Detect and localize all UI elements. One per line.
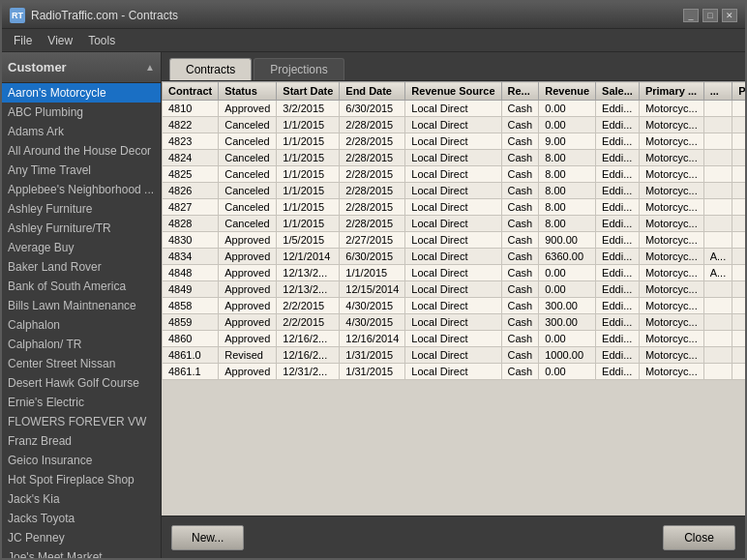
- table-row[interactable]: 4848Approved12/13/2...1/1/2015Local Dire…: [163, 265, 746, 281]
- table-cell-0-10: [732, 101, 745, 117]
- sidebar-item-0[interactable]: Aaron's Motorcycle: [2, 83, 161, 103]
- column-header-9[interactable]: ...: [703, 82, 732, 101]
- sidebar-item-22[interactable]: Jacks Toyota: [2, 509, 161, 528]
- sidebar-item-4[interactable]: Any Time Travel: [2, 161, 161, 180]
- column-header-3[interactable]: End Date: [340, 82, 405, 101]
- table-cell-14-1: Approved: [219, 331, 277, 347]
- table-cell-6-1: Canceled: [219, 199, 277, 216]
- table-cell-6-5: Cash: [501, 199, 539, 216]
- sidebar-item-5[interactable]: Applebee's Neighborhood ...: [2, 180, 161, 199]
- table-cell-8-5: Cash: [501, 232, 539, 249]
- sidebar-item-14[interactable]: Center Street Nissan: [2, 354, 161, 373]
- table-cell-14-0: 4860: [163, 331, 219, 347]
- table-row[interactable]: 4849Approved12/13/2...12/15/2014Local Di…: [163, 281, 746, 298]
- table-row[interactable]: 4822Canceled1/1/20152/28/2015Local Direc…: [163, 117, 746, 133]
- maximize-button[interactable]: □: [702, 9, 718, 22]
- contracts-table: ContractStatusStart DateEnd DateRevenue …: [162, 81, 745, 380]
- sidebar-item-18[interactable]: Franz Bread: [2, 431, 161, 451]
- table-container[interactable]: ContractStatusStart DateEnd DateRevenue …: [162, 81, 745, 516]
- table-cell-8-3: 2/27/2015: [340, 232, 405, 249]
- sidebar-item-20[interactable]: Hot Spot Fireplace Shop: [2, 470, 161, 489]
- table-cell-13-1: Approved: [219, 314, 277, 331]
- sidebar-item-6[interactable]: Ashley Furniture: [2, 199, 161, 219]
- column-header-0[interactable]: Contract: [163, 82, 219, 101]
- column-header-1[interactable]: Status: [219, 82, 277, 101]
- column-header-8[interactable]: Primary ...: [639, 82, 703, 101]
- table-cell-16-8: Motorcyc...: [639, 364, 703, 380]
- table-cell-6-6: 8.00: [539, 199, 596, 216]
- close-button[interactable]: Close: [663, 525, 735, 550]
- sidebar-item-9[interactable]: Baker Land Rover: [2, 257, 161, 277]
- column-header-7[interactable]: Sale...: [596, 82, 640, 101]
- sidebar-item-21[interactable]: Jack's Kia: [2, 489, 161, 509]
- tab-contracts[interactable]: Contracts: [169, 58, 252, 80]
- column-header-4[interactable]: Revenue Source: [405, 82, 501, 101]
- table-cell-12-0: 4858: [163, 298, 219, 314]
- table-row[interactable]: 4830Approved1/5/20152/27/2015Local Direc…: [163, 232, 746, 249]
- table-row[interactable]: 4823Canceled1/1/20152/28/2015Local Direc…: [163, 133, 746, 150]
- table-cell-15-10: [732, 347, 745, 364]
- table-cell-2-7: Eddi...: [596, 133, 640, 150]
- sidebar-item-10[interactable]: Bank of South America: [2, 277, 161, 296]
- table-cell-14-8: Motorcyc...: [639, 331, 703, 347]
- table-cell-2-0: 4823: [163, 133, 219, 150]
- table-cell-11-7: Eddi...: [596, 281, 640, 298]
- table-row[interactable]: 4810Approved3/2/20156/30/2015Local Direc…: [163, 101, 746, 117]
- table-cell-8-4: Local Direct: [405, 232, 501, 249]
- close-window-button[interactable]: ✕: [722, 9, 737, 22]
- sidebar-item-7[interactable]: Ashley Furniture/TR: [2, 219, 161, 238]
- table-cell-0-3: 6/30/2015: [340, 101, 405, 117]
- sidebar-item-13[interactable]: Calphalon/ TR: [2, 335, 161, 354]
- table-row[interactable]: 4858Approved2/2/20154/30/2015Local Direc…: [163, 298, 746, 314]
- table-cell-13-8: Motorcyc...: [639, 314, 703, 331]
- table-row[interactable]: 4826Canceled1/1/20152/28/2015Local Direc…: [163, 183, 746, 199]
- table-row[interactable]: 4834Approved12/1/20146/30/2015Local Dire…: [163, 249, 746, 265]
- sidebar-item-2[interactable]: Adams Ark: [2, 122, 161, 141]
- table-cell-2-9: [703, 133, 732, 150]
- sidebar-item-23[interactable]: JC Penney: [2, 528, 161, 547]
- table-row[interactable]: 4825Canceled1/1/20152/28/2015Local Direc…: [163, 166, 746, 183]
- sidebar-item-17[interactable]: FLOWERS FOREVER VW: [2, 412, 161, 431]
- table-row[interactable]: 4828Canceled1/1/20152/28/2015Local Direc…: [163, 216, 746, 232]
- table-cell-15-7: Eddi...: [596, 347, 640, 364]
- minimize-button[interactable]: _: [683, 9, 699, 22]
- menu-file[interactable]: File: [6, 31, 40, 50]
- new-button[interactable]: New...: [171, 525, 244, 550]
- column-header-5[interactable]: Re...: [501, 82, 539, 101]
- window-title: RadioTraffic.com - Contracts: [31, 9, 683, 22]
- sidebar-item-1[interactable]: ABC Plumbing: [2, 103, 161, 122]
- column-header-6[interactable]: Revenue: [539, 82, 596, 101]
- sidebar-item-24[interactable]: Joe's Meet Market: [2, 547, 161, 558]
- table-cell-11-2: 12/13/2...: [277, 281, 340, 298]
- table-row[interactable]: 4859Approved2/2/20154/30/2015Local Direc…: [163, 314, 746, 331]
- sidebar-item-8[interactable]: Average Buy: [2, 238, 161, 257]
- tab-projections[interactable]: Projections: [254, 58, 344, 80]
- column-header-2[interactable]: Start Date: [277, 82, 340, 101]
- table-cell-0-6: 0.00: [539, 101, 596, 117]
- sidebar-item-16[interactable]: Ernie's Electric: [2, 393, 161, 412]
- table-cell-10-8: Motorcyc...: [639, 265, 703, 281]
- table-cell-11-8: Motorcyc...: [639, 281, 703, 298]
- table-cell-2-3: 2/28/2015: [340, 133, 405, 150]
- table-cell-1-1: Canceled: [219, 117, 277, 133]
- table-row[interactable]: 4861.1Approved12/31/2...1/31/2015Local D…: [163, 364, 746, 380]
- sidebar-list[interactable]: Aaron's MotorcycleABC PlumbingAdams ArkA…: [2, 83, 161, 558]
- sidebar-item-19[interactable]: Geico Insurance: [2, 451, 161, 470]
- table-cell-6-3: 2/28/2015: [340, 199, 405, 216]
- table-cell-5-5: Cash: [501, 183, 539, 199]
- sidebar-item-15[interactable]: Desert Hawk Golf Course: [2, 373, 161, 393]
- sidebar-item-3[interactable]: All Around the House Decor: [2, 141, 161, 161]
- sidebar-item-12[interactable]: Calphalon: [2, 315, 161, 335]
- table-cell-15-8: Motorcyc...: [639, 347, 703, 364]
- table-row[interactable]: 4827Canceled1/1/20152/28/2015Local Direc…: [163, 199, 746, 216]
- table-row[interactable]: 4860Approved12/16/2...12/16/2014Local Di…: [163, 331, 746, 347]
- table-row[interactable]: 4824Canceled1/1/20152/28/2015Local Direc…: [163, 150, 746, 166]
- column-header-10[interactable]: Pr...: [732, 82, 745, 101]
- table-cell-3-2: 1/1/2015: [277, 150, 340, 166]
- sidebar-scroll-up[interactable]: ▲: [145, 62, 155, 73]
- menu-tools[interactable]: Tools: [80, 31, 123, 50]
- table-row[interactable]: 4861.0Revised12/16/2...1/31/2015Local Di…: [163, 347, 746, 364]
- sidebar-item-11[interactable]: Bills Lawn Maintnenance: [2, 296, 161, 315]
- table-cell-11-10: [732, 281, 745, 298]
- menu-view[interactable]: View: [40, 31, 80, 50]
